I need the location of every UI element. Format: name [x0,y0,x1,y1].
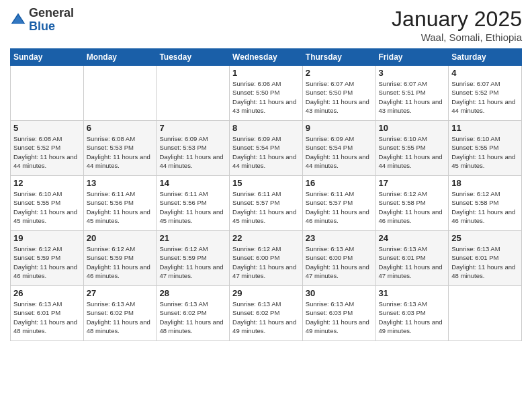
table-row: 4Sunrise: 6:07 AM Sunset: 5:52 PM Daylig… [449,66,522,121]
header: General Blue January 2025 Waal, Somali, … [10,7,522,43]
table-row: 17Sunrise: 6:12 AM Sunset: 5:58 PM Dayli… [375,176,449,231]
day-info: Sunrise: 6:09 AM Sunset: 5:54 PM Dayligh… [306,134,373,170]
table-row: 3Sunrise: 6:07 AM Sunset: 5:51 PM Daylig… [375,66,449,121]
day-number: 2 [306,68,373,78]
day-number: 24 [379,233,446,243]
day-number: 9 [306,123,373,133]
day-number: 7 [159,123,226,133]
table-row: 30Sunrise: 6:13 AM Sunset: 6:03 PM Dayli… [302,286,375,341]
table-row: 6Sunrise: 6:08 AM Sunset: 5:53 PM Daylig… [83,121,157,176]
table-row: 2Sunrise: 6:07 AM Sunset: 5:50 PM Daylig… [302,66,375,121]
table-row: 5Sunrise: 6:08 AM Sunset: 5:52 PM Daylig… [11,121,84,176]
table-row [11,66,84,121]
day-info: Sunrise: 6:09 AM Sunset: 5:53 PM Dayligh… [159,134,226,170]
col-tuesday: Tuesday [157,49,230,66]
table-row: 22Sunrise: 6:12 AM Sunset: 6:00 PM Dayli… [230,231,303,286]
calendar-week-row: 12Sunrise: 6:10 AM Sunset: 5:55 PM Dayli… [11,176,522,231]
day-info: Sunrise: 6:13 AM Sunset: 6:03 PM Dayligh… [306,300,373,335]
table-row: 21Sunrise: 6:12 AM Sunset: 5:59 PM Dayli… [157,231,230,286]
table-row [83,66,157,121]
table-row: 28Sunrise: 6:13 AM Sunset: 6:02 PM Dayli… [157,286,230,341]
table-row: 23Sunrise: 6:13 AM Sunset: 6:00 PM Dayli… [302,231,375,286]
day-info: Sunrise: 6:10 AM Sunset: 5:55 PM Dayligh… [451,134,519,170]
day-info: Sunrise: 6:13 AM Sunset: 6:01 PM Dayligh… [13,300,81,335]
day-number: 17 [379,178,446,188]
col-thursday: Thursday [302,49,375,66]
day-info: Sunrise: 6:09 AM Sunset: 5:54 PM Dayligh… [232,134,300,170]
day-number: 5 [13,123,81,133]
day-info: Sunrise: 6:13 AM Sunset: 6:01 PM Dayligh… [451,244,519,280]
day-number: 15 [232,178,300,188]
day-info: Sunrise: 6:12 AM Sunset: 5:59 PM Dayligh… [159,244,226,280]
table-row: 24Sunrise: 6:13 AM Sunset: 6:01 PM Dayli… [375,231,449,286]
day-info: Sunrise: 6:07 AM Sunset: 5:52 PM Dayligh… [451,79,519,115]
day-number: 10 [379,123,446,133]
day-number: 6 [87,123,154,133]
logo-general: General [29,6,74,19]
col-wednesday: Wednesday [230,49,303,66]
table-row: 13Sunrise: 6:11 AM Sunset: 5:56 PM Dayli… [83,176,157,231]
day-number: 27 [87,288,154,298]
table-row [157,66,230,121]
day-number: 20 [87,233,154,243]
day-info: Sunrise: 6:13 AM Sunset: 6:02 PM Dayligh… [232,300,300,335]
table-row: 15Sunrise: 6:11 AM Sunset: 5:57 PM Dayli… [230,176,303,231]
day-info: Sunrise: 6:10 AM Sunset: 5:55 PM Dayligh… [13,189,81,225]
table-row: 1Sunrise: 6:06 AM Sunset: 5:50 PM Daylig… [230,66,303,121]
day-number: 22 [232,233,300,243]
day-number: 21 [159,233,226,243]
day-info: Sunrise: 6:08 AM Sunset: 5:53 PM Dayligh… [87,134,154,170]
day-number: 1 [232,68,300,78]
calendar-week-row: 1Sunrise: 6:06 AM Sunset: 5:50 PM Daylig… [11,66,522,121]
logo-blue: Blue [29,19,55,33]
logo-icon [10,12,26,28]
month-title: January 2025 [392,7,522,32]
day-number: 28 [159,288,226,298]
table-row: 29Sunrise: 6:13 AM Sunset: 6:02 PM Dayli… [230,286,303,341]
table-row: 25Sunrise: 6:13 AM Sunset: 6:01 PM Dayli… [449,231,522,286]
table-row: 31Sunrise: 6:13 AM Sunset: 6:03 PM Dayli… [375,286,449,341]
day-number: 13 [87,178,154,188]
day-info: Sunrise: 6:12 AM Sunset: 6:00 PM Dayligh… [232,244,300,280]
day-info: Sunrise: 6:12 AM Sunset: 5:58 PM Dayligh… [379,189,446,225]
table-row: 26Sunrise: 6:13 AM Sunset: 6:01 PM Dayli… [11,286,84,341]
col-monday: Monday [83,49,157,66]
title-block: January 2025 Waal, Somali, Ethiopia [392,7,522,43]
logo: General Blue [10,7,74,34]
page: General Blue January 2025 Waal, Somali, … [0,0,532,411]
day-number: 11 [451,123,519,133]
table-row: 11Sunrise: 6:10 AM Sunset: 5:55 PM Dayli… [449,121,522,176]
table-row [449,286,522,341]
calendar-week-row: 19Sunrise: 6:12 AM Sunset: 5:59 PM Dayli… [11,231,522,286]
day-number: 16 [306,178,373,188]
day-number: 12 [13,178,81,188]
day-info: Sunrise: 6:10 AM Sunset: 5:55 PM Dayligh… [379,134,446,170]
table-row: 14Sunrise: 6:11 AM Sunset: 5:56 PM Dayli… [157,176,230,231]
calendar: Sunday Monday Tuesday Wednesday Thursday… [10,48,522,341]
day-info: Sunrise: 6:13 AM Sunset: 6:03 PM Dayligh… [379,300,446,335]
table-row: 27Sunrise: 6:13 AM Sunset: 6:02 PM Dayli… [83,286,157,341]
day-info: Sunrise: 6:11 AM Sunset: 5:57 PM Dayligh… [306,189,373,225]
day-info: Sunrise: 6:07 AM Sunset: 5:50 PM Dayligh… [306,79,373,115]
day-number: 23 [306,233,373,243]
day-info: Sunrise: 6:11 AM Sunset: 5:56 PM Dayligh… [87,189,154,225]
calendar-week-row: 26Sunrise: 6:13 AM Sunset: 6:01 PM Dayli… [11,286,522,341]
day-info: Sunrise: 6:13 AM Sunset: 6:02 PM Dayligh… [87,300,154,335]
day-number: 26 [13,288,81,298]
table-row: 20Sunrise: 6:12 AM Sunset: 5:59 PM Dayli… [83,231,157,286]
day-number: 4 [451,68,519,78]
day-info: Sunrise: 6:07 AM Sunset: 5:51 PM Dayligh… [379,79,446,115]
day-info: Sunrise: 6:11 AM Sunset: 5:56 PM Dayligh… [159,189,226,225]
table-row: 18Sunrise: 6:12 AM Sunset: 5:58 PM Dayli… [449,176,522,231]
day-info: Sunrise: 6:12 AM Sunset: 5:59 PM Dayligh… [87,244,154,280]
calendar-week-row: 5Sunrise: 6:08 AM Sunset: 5:52 PM Daylig… [11,121,522,176]
day-info: Sunrise: 6:12 AM Sunset: 5:58 PM Dayligh… [451,189,519,225]
col-sunday: Sunday [11,49,84,66]
table-row: 19Sunrise: 6:12 AM Sunset: 5:59 PM Dayli… [11,231,84,286]
day-number: 18 [451,178,519,188]
day-info: Sunrise: 6:08 AM Sunset: 5:52 PM Dayligh… [13,134,81,170]
logo-text: General Blue [29,7,74,34]
day-info: Sunrise: 6:13 AM Sunset: 6:00 PM Dayligh… [306,244,373,280]
calendar-header-row: Sunday Monday Tuesday Wednesday Thursday… [11,49,522,66]
table-row: 16Sunrise: 6:11 AM Sunset: 5:57 PM Dayli… [302,176,375,231]
